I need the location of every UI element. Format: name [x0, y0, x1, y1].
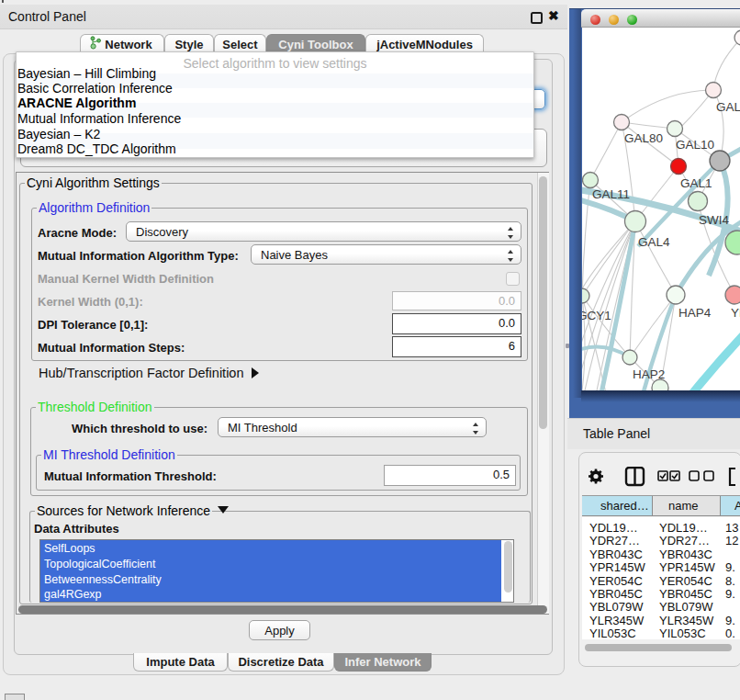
svg-text:GAL10: GAL10	[676, 138, 714, 152]
svg-text:GCY1: GCY1	[582, 309, 611, 322]
svg-text:GAL1: GAL1	[680, 176, 712, 190]
svg-text:HAP2: HAP2	[633, 367, 665, 381]
svg-text:YB: YB	[731, 306, 740, 320]
svg-text:GAL4: GAL4	[638, 235, 670, 249]
svg-text:GAL80: GAL80	[624, 131, 663, 145]
svg-text:GAL7: GAL7	[716, 100, 740, 114]
svg-text:GAL11: GAL11	[592, 187, 630, 201]
svg-text:HAP4: HAP4	[678, 306, 712, 320]
svg-text:SWI4: SWI4	[699, 213, 729, 227]
